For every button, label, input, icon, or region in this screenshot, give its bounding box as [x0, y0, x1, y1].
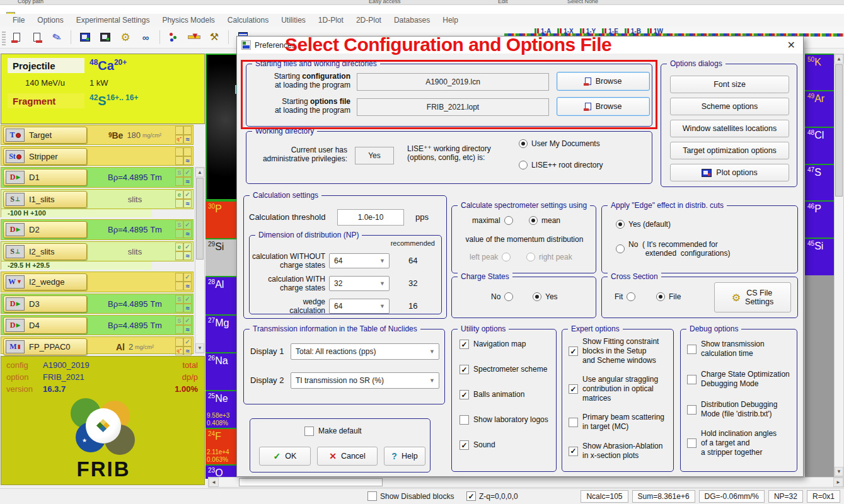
toolbar-wedge-tool-icon[interactable]: ▼: [187, 29, 202, 45]
help-button[interactable]: ?Help: [384, 447, 425, 466]
scroll-down-icon[interactable]: ▼: [195, 343, 204, 353]
checkbox-show-fitting-constraint[interactable]: ✓Show Fitting constraint blocks in the S…: [569, 337, 659, 365]
menu-help[interactable]: Help: [436, 14, 465, 26]
block-i2-slits[interactable]: S⊥I2_slitsslitse✓≈: [1, 241, 194, 261]
flag-cell[interactable]: S: [175, 220, 183, 229]
menu-file[interactable]: File: [6, 14, 31, 26]
dimension-select-2[interactable]: 64▼: [329, 299, 390, 314]
block-flags-d4[interactable]: S✓≈: [175, 316, 192, 334]
menu-physics-models[interactable]: Physics Models: [156, 14, 221, 26]
radio-maximal[interactable]: maximal: [472, 216, 513, 225]
scroll-left-icon[interactable]: ◄: [209, 478, 219, 487]
toolbar-plot-window-icon[interactable]: [78, 29, 93, 45]
block-flags-d2[interactable]: S✓≈: [175, 220, 192, 238]
block-button-i2-wedge[interactable]: W▼I2_wedge: [3, 273, 87, 290]
flag-cell[interactable]: ≈: [183, 251, 192, 260]
block-flags-stripper[interactable]: ≈: [175, 147, 192, 165]
radio-circle[interactable]: [627, 292, 635, 301]
checkbox-navigation-map[interactable]: ✓Navigation map: [460, 340, 526, 349]
nuclide-49ar[interactable]: 49Ar: [805, 90, 834, 127]
toolbar-hammer-icon[interactable]: ⚒: [207, 29, 222, 45]
radio-fit[interactable]: Fit: [615, 292, 635, 301]
flag-cell[interactable]: S: [175, 168, 183, 177]
radio-yes[interactable]: Yes: [533, 292, 558, 301]
flag-cell[interactable]: [175, 338, 183, 346]
radio-no[interactable]: No: [491, 292, 513, 301]
radio-circle[interactable]: [529, 216, 538, 225]
nuclide-26na[interactable]: 26Na: [205, 352, 240, 390]
projectile-fragment-box[interactable]: Projectile 48Ca20+ 140 MeV/u 1 kW Fragme…: [1, 54, 205, 124]
flag-cell[interactable]: ✓: [183, 316, 192, 325]
radio-mean[interactable]: mean: [529, 216, 560, 225]
block-flags-fp-ppac0[interactable]: ✓q⁺≈: [175, 338, 192, 355]
chart-horizontal-scrollbar[interactable]: ◄ ►: [208, 477, 844, 488]
dimension-select-0[interactable]: 64▼: [329, 253, 390, 268]
block-button-i1-slits[interactable]: S⊥I1_slits: [3, 191, 87, 208]
nuclide-30p[interactable]: 30P: [205, 200, 240, 238]
navigation-map-view[interactable]: [205, 54, 240, 200]
target-optimization-options-button[interactable]: Target optimization options: [670, 142, 789, 159]
window-satellites-locations-button[interactable]: Window satellites locations: [670, 120, 789, 137]
flag-cell[interactable]: ≈: [183, 177, 192, 186]
block-button-d3[interactable]: D▶D3: [3, 295, 87, 312]
chart-vertical-scrollbar[interactable]: ▲ ▼: [834, 54, 844, 477]
radio-circle[interactable]: [616, 244, 625, 253]
checkbox-box[interactable]: [460, 415, 469, 425]
toolbar-scheme-window-icon[interactable]: [98, 29, 113, 45]
block-fp-ppac0[interactable]: M▮FP_PPAC0Al2mg/cm²✓q⁺≈: [1, 336, 194, 354]
checkbox-box[interactable]: [687, 405, 697, 415]
flag-cell[interactable]: ✓: [183, 338, 192, 346]
flag-cell[interactable]: q⁺: [175, 135, 183, 144]
ok-button[interactable]: ✓OK: [259, 447, 311, 466]
checkbox-box[interactable]: [569, 418, 578, 427]
scrollbar-thumb[interactable]: [835, 64, 843, 197]
nuclide-50k[interactable]: 50K: [805, 54, 834, 90]
flag-cell[interactable]: [183, 147, 192, 156]
scroll-up-icon[interactable]: ▲: [195, 168, 204, 177]
flag-cell[interactable]: q⁺: [175, 346, 183, 355]
checkbox-box[interactable]: ✓: [569, 447, 578, 456]
checkbox-use-angular-straggling[interactable]: ✓Use angular straggling contribution in …: [569, 375, 658, 403]
checkbox-hold-inclination-angles[interactable]: Hold inclination angles of a target and …: [687, 429, 777, 457]
flag-cell[interactable]: ≈: [183, 156, 192, 165]
block-d3[interactable]: D▶D3Bρ=4.4895 TmS✓≈: [1, 294, 194, 314]
radio-circle[interactable]: [656, 292, 665, 301]
cancel-button[interactable]: ✕Cancel: [317, 447, 378, 466]
checkbox-box[interactable]: ✓: [569, 346, 578, 356]
calculation-threshold-input[interactable]: 1.0e-10: [337, 209, 404, 226]
menu-options[interactable]: Options: [31, 14, 69, 26]
display-select-0[interactable]: Total: All reactions (pps)▼: [291, 343, 439, 360]
nuclide-28al[interactable]: 28Al: [205, 276, 240, 314]
scheme-options-button[interactable]: Scheme options: [670, 98, 789, 115]
scroll-up-icon[interactable]: ▲: [835, 54, 843, 64]
block-d1[interactable]: D▶D1Bρ=4.4895 TmS✓≈: [1, 167, 194, 188]
flag-cell[interactable]: ≈: [183, 199, 192, 208]
flag-cell[interactable]: ≈: [183, 135, 192, 144]
block-d4[interactable]: D▶D4Bρ=4.4895 TmS✓≈: [1, 315, 194, 335]
nuclide-48cl[interactable]: 48Cl: [805, 127, 834, 164]
dimension-select-1[interactable]: 32▼: [329, 276, 390, 291]
block-button-target[interactable]: TTarget: [3, 127, 87, 144]
toolbar-glasses-icon[interactable]: ∞: [138, 29, 153, 45]
block-button-fp-ppac0[interactable]: M▮FP_PPAC0: [3, 338, 87, 355]
radio-circle[interactable]: [533, 292, 541, 301]
flag-cell[interactable]: ≈: [183, 325, 192, 334]
radio-file[interactable]: File: [656, 292, 681, 301]
flag-cell[interactable]: [175, 304, 183, 312]
checkbox-box[interactable]: [687, 345, 697, 354]
flag-cell[interactable]: [183, 126, 192, 135]
font-size-button[interactable]: Font size: [670, 76, 789, 93]
plot-options-button[interactable]: Plot options: [670, 164, 789, 181]
block-stripper[interactable]: StStripper≈: [1, 146, 194, 166]
toolbar-gears-icon[interactable]: ⚙: [118, 29, 133, 45]
checkbox-charge-state-optimization[interactable]: Charge State Optimization Debugging Mode: [687, 370, 790, 389]
menu-utilities[interactable]: Utilities: [275, 14, 312, 26]
status-check-show-disabled-blocks[interactable]: Show Disabled blocks: [367, 491, 454, 501]
radio-circle[interactable]: [616, 220, 625, 229]
flag-cell[interactable]: [175, 273, 183, 282]
nuclide-25ne[interactable]: 25Ne9.58e+3 0.408%: [205, 390, 240, 428]
checkbox-show-abrasion-ablation[interactable]: ✓Show Abrasion-Ablation in x-section plo…: [569, 442, 662, 461]
flag-cell[interactable]: [175, 126, 183, 135]
flag-cell[interactable]: ✓: [183, 295, 192, 304]
flag-cell[interactable]: [175, 199, 183, 208]
